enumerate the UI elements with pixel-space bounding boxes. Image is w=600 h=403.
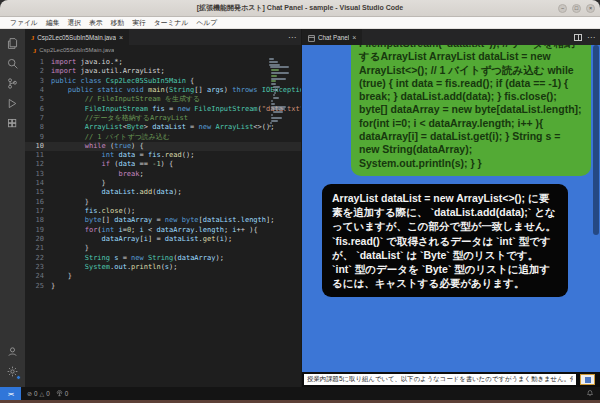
- split-editor-icon[interactable]: [574, 34, 582, 41]
- manage-button[interactable]: [0, 363, 25, 383]
- webview-icon: [308, 28, 315, 46]
- line-number: 10: [25, 142, 51, 151]
- more-actions-icon[interactable]: ⋯: [587, 33, 595, 42]
- close-tab-icon[interactable]: ×: [119, 34, 123, 41]
- code-line: 16 }: [25, 198, 301, 207]
- error-icon: ⊘: [27, 390, 32, 397]
- chat-panel-group: Chat Panel × ⋯ FileInputStream("data.txt…: [301, 29, 600, 387]
- code-line: 14 }: [25, 179, 301, 188]
- code-line: 12 if (data == -1) {: [25, 160, 301, 169]
- source-control-icon: [6, 76, 19, 94]
- remote-icon: ><: [8, 391, 13, 397]
- code-line: 18 byte[] dataArray = new byte[dataList.…: [25, 216, 301, 225]
- code-editor[interactable]: 1import java.io.*;2import java.util.Arra…: [25, 55, 301, 387]
- line-number: 12: [25, 160, 51, 169]
- sidebar-item-explorer[interactable]: [0, 35, 25, 55]
- code-line: 17 fis.close();: [25, 207, 301, 216]
- editor-group: J Csp2Lec05SubIn5Main.java × ⋯ J Csp2Lec…: [25, 29, 301, 387]
- menu-item[interactable]: 移動: [107, 18, 129, 28]
- line-number: 3: [25, 77, 51, 86]
- code-line: 23 System.out.println(s);: [25, 263, 301, 272]
- status-bar: >< ⊘ 0 △ 0 0: [0, 387, 600, 400]
- close-button[interactable]: ×: [586, 4, 595, 13]
- code-line: 24 }: [25, 272, 301, 281]
- window-controls: − □ ×: [558, 4, 595, 13]
- accounts-button[interactable]: [0, 343, 25, 363]
- line-number: 16: [25, 198, 51, 207]
- menu-item[interactable]: ヘルプ: [192, 18, 221, 28]
- close-tab-icon[interactable]: ×: [352, 34, 356, 41]
- sidebar-item-run-debug[interactable]: [0, 95, 25, 115]
- code-line: 25}: [25, 282, 301, 291]
- chat-input-row: [302, 372, 600, 387]
- remote-indicator[interactable]: ><: [0, 387, 21, 400]
- assistant-message-bubble: ArrayList dataList = new ArrayList<>(); …: [322, 184, 568, 297]
- sidebar-item-source-control[interactable]: [0, 75, 25, 95]
- java-file-icon: J: [33, 47, 36, 54]
- chat-panel-actions: ⋯: [574, 29, 600, 45]
- minimize-button[interactable]: −: [558, 4, 567, 13]
- menu-item[interactable]: 実行: [128, 18, 150, 28]
- maximize-button[interactable]: □: [572, 4, 581, 13]
- code-line: 5 // FileInputStream を生成する: [25, 95, 301, 104]
- code-line: 22 String s = new String(dataArray);: [25, 254, 301, 263]
- code-line: 19 for(int i=0; i < dataArray.length; i+…: [25, 226, 301, 235]
- problems-status[interactable]: ⊘ 0 △ 0: [27, 390, 50, 397]
- code-line: 10 while (true) {: [25, 142, 301, 151]
- chat-webview: FileInputStream("data.txt")); // データを格納す…: [302, 45, 600, 372]
- code-line: 8 ArrayList<Byte> dataList = new ArrayLi…: [25, 123, 301, 132]
- java-file-icon: J: [31, 34, 34, 41]
- code-line: 21 }: [25, 244, 301, 253]
- editor-actions: ⋯: [288, 29, 301, 45]
- vscode-window: [拡張機能開発ホスト] Chat Panel - sample - Visual…: [0, 0, 600, 400]
- ports-status[interactable]: 0: [56, 390, 69, 398]
- line-number: 17: [25, 207, 51, 216]
- code-line: 9 // 1 バイトずつ読み込む: [25, 133, 301, 142]
- radio-tower-icon: [56, 390, 63, 398]
- tab-label: Chat Panel: [318, 34, 349, 41]
- menu-bar: ファイル編集選択表示移動実行ターミナルヘルプ: [0, 17, 600, 29]
- extensions-icon: [6, 116, 19, 134]
- line-number: 7: [25, 114, 51, 123]
- line-number: 21: [25, 244, 51, 253]
- chat-tab-bar: Chat Panel × ⋯: [302, 29, 600, 45]
- line-number: 4: [25, 86, 51, 95]
- activity-bar: [0, 29, 25, 387]
- breadcrumb[interactable]: J Csp2Lec05SubIn5Main.java: [25, 45, 301, 55]
- tab-chat-panel[interactable]: Chat Panel ×: [302, 29, 362, 45]
- line-number: 14: [25, 179, 51, 188]
- line-number: 8: [25, 123, 51, 132]
- line-number: 1: [25, 58, 51, 67]
- line-number: 22: [25, 254, 51, 263]
- line-number: 11: [25, 151, 51, 160]
- chat-input[interactable]: [304, 374, 576, 385]
- line-number: 19: [25, 226, 51, 235]
- more-actions-icon[interactable]: ⋯: [288, 33, 296, 42]
- webview-scrollbar[interactable]: [593, 45, 599, 235]
- line-number: 13: [25, 170, 51, 179]
- editor-tab-bar: J Csp2Lec05SubIn5Main.java × ⋯: [25, 29, 301, 45]
- sidebar-item-search[interactable]: [0, 55, 25, 75]
- breadcrumb-label: Csp2Lec05SubIn5Main.java: [39, 47, 114, 53]
- tab-java-file[interactable]: J Csp2Lec05SubIn5Main.java ×: [25, 29, 129, 45]
- code-line: 15 dataList.add(data);: [25, 188, 301, 197]
- menu-item[interactable]: 編集: [42, 18, 64, 28]
- sidebar-item-extensions[interactable]: [0, 115, 25, 135]
- line-number: 24: [25, 272, 51, 281]
- warning-icon: △: [40, 390, 45, 397]
- menu-item[interactable]: ターミナル: [150, 18, 193, 28]
- activity-bar-bottom: [0, 343, 25, 387]
- send-button[interactable]: [580, 374, 595, 385]
- status-bar-right: [586, 389, 600, 398]
- menu-item[interactable]: 表示: [85, 18, 107, 28]
- code-line: 1import java.io.*;: [25, 58, 301, 67]
- menu-item[interactable]: 選択: [63, 18, 85, 28]
- minimap[interactable]: [269, 58, 299, 128]
- window-title: [拡張機能開発ホスト] Chat Panel - sample - Visual…: [0, 3, 600, 13]
- menu-item[interactable]: ファイル: [6, 18, 42, 28]
- code-line: 7 //データを格納するArrayList: [25, 114, 301, 123]
- tab-label: Csp2Lec05SubIn5Main.java: [37, 34, 116, 41]
- title-bar[interactable]: [拡張機能開発ホスト] Chat Panel - sample - Visual…: [0, 0, 600, 17]
- line-number: 18: [25, 216, 51, 225]
- bell-icon[interactable]: [586, 389, 594, 398]
